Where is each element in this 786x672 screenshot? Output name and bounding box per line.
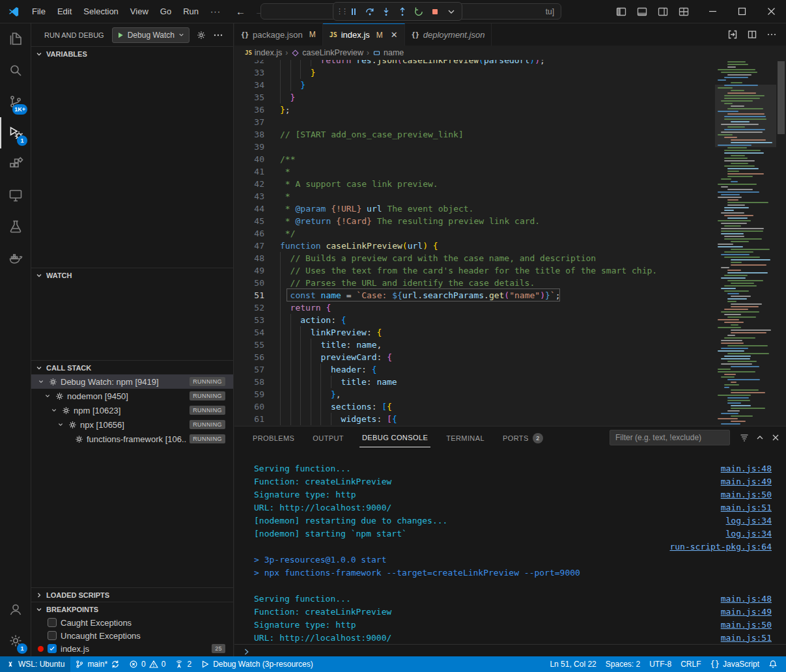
tab-index.js[interactable]: JSindex.jsM✕ <box>323 23 405 46</box>
eol[interactable]: CRLF <box>676 656 705 672</box>
breadcrumb-item[interactable]: name <box>372 48 404 57</box>
pause-button[interactable] <box>346 4 361 20</box>
call-stack-row[interactable]: nodemon [9450]RUNNING <box>31 389 233 403</box>
activity-search[interactable] <box>0 55 31 86</box>
code-line[interactable]: 49// Uses the text from the card's heade… <box>234 264 715 277</box>
minimap[interactable] <box>715 60 776 426</box>
code-line[interactable]: 50// Parses the URL and identify the cas… <box>234 277 715 289</box>
toggle-sidebar-icon[interactable] <box>616 7 626 17</box>
breakpoints-section-header[interactable]: BREAKPOINTS <box>31 602 233 616</box>
code-line[interactable]: 52return { <box>234 301 715 314</box>
variables-section-header[interactable]: VARIABLES <box>31 46 233 61</box>
breakpoint-row[interactable]: Uncaught Exceptions <box>31 629 233 642</box>
gear-icon[interactable] <box>196 30 206 40</box>
activity-source-control[interactable]: 1K+ <box>0 86 31 117</box>
breakpoint-checkbox[interactable] <box>48 618 57 627</box>
more-actions-icon[interactable] <box>213 30 223 40</box>
code-line[interactable]: 48// Builds a preview card with the case… <box>234 252 715 264</box>
activity-extensions[interactable] <box>0 148 31 180</box>
panel-tab-terminal[interactable]: TERMINAL <box>443 428 487 447</box>
launch-config-dropdown[interactable]: Debug Watch <box>112 27 189 43</box>
editor-scrollbar[interactable] <box>776 60 786 426</box>
debug-status[interactable]: Debug Watch (3p-resources) <box>196 656 318 672</box>
code-line[interactable]: 33} <box>234 66 715 79</box>
console-source-link[interactable]: run-script-pkg.js:64 <box>669 542 772 552</box>
breadcrumb-item[interactable]: JSindex.js <box>245 48 282 57</box>
chevron-up-icon[interactable] <box>755 432 765 443</box>
drag-grip-icon[interactable]: ⋮⋮ <box>336 7 345 16</box>
language-mode[interactable]: {}JavaScript <box>706 656 764 672</box>
code-line[interactable]: 55title: name, <box>234 339 715 351</box>
encoding[interactable]: UTF-8 <box>645 656 676 672</box>
toggle-panel-icon[interactable] <box>637 7 647 17</box>
code-line[interactable]: 37 <box>234 116 715 128</box>
activity-settings-gear[interactable]: 1 <box>0 625 31 656</box>
menu-view[interactable]: View <box>124 3 154 20</box>
code-line[interactable]: 58title: name <box>234 376 715 388</box>
menu-file[interactable]: File <box>26 3 51 20</box>
tab-deployment.json[interactable]: {}deployment.json <box>405 23 492 46</box>
console-source-link[interactable]: log.js:34 <box>726 529 772 539</box>
code-line[interactable]: 36}; <box>234 104 715 116</box>
clear-console-icon[interactable] <box>739 432 750 443</box>
menu-edit[interactable]: Edit <box>51 3 77 20</box>
step-out-button[interactable] <box>395 4 410 20</box>
console-source-link[interactable]: main.js:50 <box>721 620 772 630</box>
activity-explorer[interactable] <box>0 23 31 55</box>
toggle-secondary-sidebar-icon[interactable] <box>658 7 668 17</box>
panel-tab-debug-console[interactable]: DEBUG CONSOLE <box>359 428 430 447</box>
problems-status[interactable]: 00 <box>124 656 170 672</box>
panel-tab-ports[interactable]: PORTS2 <box>500 427 546 449</box>
menu-overflow[interactable]: ··· <box>204 7 227 16</box>
activity-remote-explorer[interactable] <box>0 180 31 211</box>
start-debug-icon[interactable] <box>117 31 124 39</box>
code-line[interactable]: 32return res.json(caseLinkPreview(parsed… <box>234 60 715 66</box>
activity-docker[interactable] <box>0 242 31 273</box>
step-into-button[interactable] <box>378 4 394 20</box>
branch-status[interactable]: main* <box>70 656 124 672</box>
menu-run[interactable]: Run <box>177 3 204 20</box>
close-panel-icon[interactable] <box>770 432 781 443</box>
code-line[interactable]: 40/** <box>234 153 715 165</box>
remote-indicator[interactable]: WSL: Ubuntu <box>0 656 70 672</box>
menu-selection[interactable]: Selection <box>77 3 124 20</box>
customize-layout-icon[interactable] <box>679 7 689 17</box>
code-line[interactable]: 54linkPreview: { <box>234 326 715 339</box>
breakpoint-row[interactable]: Caught Exceptions <box>31 616 233 629</box>
stop-button[interactable] <box>427 4 443 20</box>
activity-testing[interactable] <box>0 211 31 242</box>
watch-section-header[interactable]: WATCH <box>31 268 233 282</box>
menu-go[interactable]: Go <box>154 3 177 20</box>
console-source-link[interactable]: main.js:51 <box>721 503 772 512</box>
code-line[interactable]: 46 */ <box>234 227 715 240</box>
loaded-scripts-section-header[interactable]: LOADED SCRIPTS <box>31 587 233 602</box>
code-line[interactable]: 43 * <box>234 190 715 203</box>
activity-run-debug[interactable]: 1 <box>0 117 31 148</box>
tab-package.json[interactable]: {}package.jsonM <box>234 23 323 46</box>
code-line[interactable]: 42 * A support case link preview. <box>234 178 715 190</box>
call-stack-row[interactable]: npx [10656]RUNNING <box>31 417 233 432</box>
code-line[interactable]: 38// [START add_ons_case_preview_link] <box>234 128 715 141</box>
console-source-link[interactable]: main.js:49 <box>721 607 772 617</box>
breakpoint-row[interactable]: index.js25 <box>31 642 233 655</box>
call-stack-row[interactable]: npm [10623]RUNNING <box>31 403 233 417</box>
code-line[interactable]: 59}, <box>234 388 715 400</box>
restart-button[interactable] <box>411 4 427 20</box>
code-line[interactable]: 61widgets: [{ <box>234 413 715 425</box>
step-over-button[interactable] <box>362 4 378 20</box>
code-line[interactable]: 51const name = `Case: ${url.searchParams… <box>234 289 715 301</box>
open-changes-icon[interactable] <box>727 29 738 40</box>
console-source-link[interactable]: main.js:50 <box>721 490 772 499</box>
activity-account[interactable] <box>0 594 31 625</box>
close-window-button[interactable] <box>757 0 786 23</box>
panel-tab-output[interactable]: OUTPUT <box>310 428 346 447</box>
code-line[interactable]: 47function caseLinkPreview(url) { <box>234 240 715 252</box>
back-icon[interactable]: ← <box>236 6 246 17</box>
code-editor[interactable]: 32return res.json(caseLinkPreview(parsed… <box>234 60 786 426</box>
indentation[interactable]: Spaces: 2 <box>601 656 645 672</box>
console-source-link[interactable]: main.js:51 <box>721 633 772 643</box>
more-actions-icon[interactable] <box>766 29 777 40</box>
code-line[interactable]: 45 * @return {!Card} The resulting previ… <box>234 215 715 227</box>
code-line[interactable]: 57header: { <box>234 363 715 376</box>
breakpoint-checkbox[interactable] <box>48 631 57 640</box>
